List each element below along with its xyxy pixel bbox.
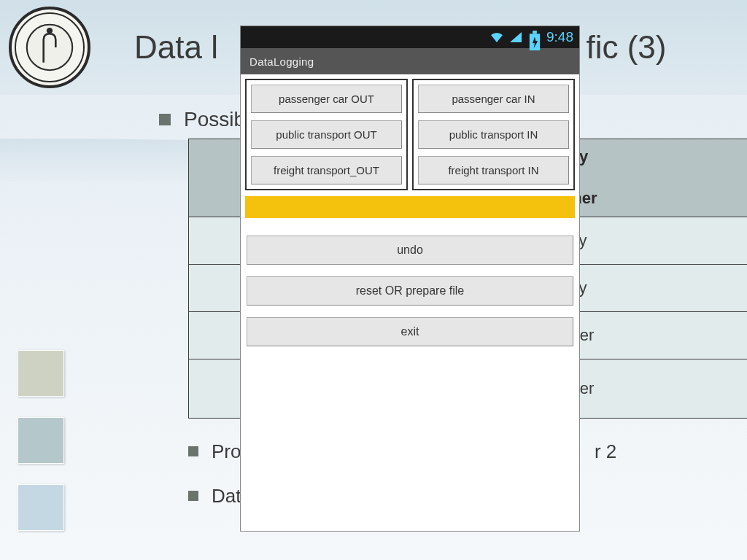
app-title-text: DataLogging (249, 55, 314, 68)
exit-button[interactable]: exit (247, 317, 573, 346)
side-squares-decor (18, 350, 64, 551)
phone-content: passenger car OUT public transport OUT f… (241, 74, 579, 351)
undo-button[interactable]: undo (247, 236, 573, 265)
svg-rect-3 (533, 31, 537, 34)
decor-square (18, 417, 64, 464)
title-right-text: fic (3) (586, 29, 666, 65)
public-transport-out-button[interactable]: public transport OUT (251, 120, 402, 149)
decor-square (18, 484, 64, 531)
signal-icon (508, 31, 523, 44)
phone-screenshot: 9:48 DataLogging passenger car OUT publi… (241, 26, 579, 531)
freight-transport-in-button[interactable]: freight transport IN (418, 156, 569, 184)
wifi-icon (489, 31, 504, 44)
bullet-2-text-right: r 2 (595, 440, 616, 463)
action-buttons: undo reset OR prepare file exit (245, 236, 575, 346)
in-button-group: passenger car IN public transport IN fre… (412, 79, 575, 190)
bullet-square-icon (188, 446, 198, 456)
reset-prepare-button[interactable]: reset OR prepare file (247, 276, 573, 306)
android-status-bar: 9:48 (241, 26, 579, 48)
public-transport-in-button[interactable]: public transport IN (418, 120, 569, 149)
passenger-car-out-button[interactable]: passenger car OUT (251, 85, 402, 113)
bullet-square-icon (159, 114, 171, 125)
clock-text: 9:48 (546, 29, 573, 45)
passenger-car-in-button[interactable]: passenger car IN (418, 85, 569, 113)
battery-icon (527, 31, 542, 44)
decor-square (18, 350, 64, 397)
button-groups: passenger car OUT public transport OUT f… (245, 79, 575, 190)
bullet-square-icon (188, 491, 198, 501)
svg-point-1 (47, 28, 53, 34)
bullet-1-text: Possibl (184, 108, 249, 131)
app-title-bar: DataLogging (241, 48, 579, 74)
freight-transport-out-button[interactable]: freight transport_OUT (251, 156, 402, 184)
title-left-text: Data l (134, 29, 218, 65)
out-button-group: passenger car OUT public transport OUT f… (245, 79, 408, 190)
yellow-indicator-bar (245, 196, 575, 218)
svg-point-0 (27, 25, 72, 70)
university-logo (9, 7, 90, 88)
